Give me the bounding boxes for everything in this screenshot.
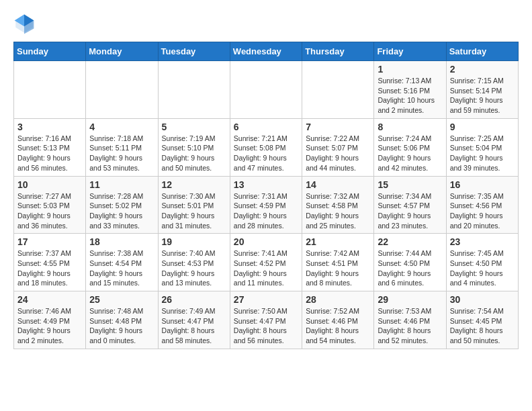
day-cell: 25Sunrise: 7:48 AM Sunset: 4:48 PM Dayli… (86, 291, 158, 349)
day-cell: 13Sunrise: 7:31 AM Sunset: 4:59 PM Dayli… (230, 176, 302, 234)
day-cell: 27Sunrise: 7:50 AM Sunset: 4:47 PM Dayli… (230, 291, 302, 349)
day-number: 30 (450, 294, 515, 305)
day-info: Sunrise: 7:13 AM Sunset: 5:16 PM Dayligh… (378, 76, 442, 116)
day-cell: 29Sunrise: 7:53 AM Sunset: 4:46 PM Dayli… (374, 291, 446, 349)
day-info: Sunrise: 7:49 AM Sunset: 4:47 PM Dayligh… (162, 306, 226, 346)
calendar: SundayMondayTuesdayWednesdayThursdayFrid… (13, 42, 519, 349)
day-number: 13 (234, 179, 298, 190)
logo (13, 13, 38, 35)
day-cell: 2Sunrise: 7:15 AM Sunset: 5:14 PM Daylig… (446, 61, 518, 119)
day-cell: 28Sunrise: 7:52 AM Sunset: 4:46 PM Dayli… (302, 291, 374, 349)
header-wednesday: Wednesday (230, 42, 302, 61)
day-info: Sunrise: 7:44 AM Sunset: 4:50 PM Dayligh… (378, 248, 442, 288)
day-cell: 22Sunrise: 7:44 AM Sunset: 4:50 PM Dayli… (374, 234, 446, 291)
header-friday: Friday (374, 42, 446, 61)
day-info: Sunrise: 7:35 AM Sunset: 4:56 PM Dayligh… (450, 191, 515, 231)
day-number: 3 (17, 122, 82, 132)
week-row-1: 3Sunrise: 7:16 AM Sunset: 5:13 PM Daylig… (14, 118, 519, 176)
day-cell: 14Sunrise: 7:32 AM Sunset: 4:58 PM Dayli… (302, 176, 374, 234)
day-number: 19 (162, 236, 226, 247)
day-info: Sunrise: 7:21 AM Sunset: 5:08 PM Dayligh… (234, 134, 298, 173)
day-cell: 18Sunrise: 7:38 AM Sunset: 4:54 PM Dayli… (86, 234, 158, 291)
header-thursday: Thursday (302, 42, 374, 61)
calendar-header: SundayMondayTuesdayWednesdayThursdayFrid… (14, 42, 519, 61)
day-number: 22 (378, 236, 442, 247)
day-number: 14 (306, 179, 370, 190)
week-row-0: 1Sunrise: 7:13 AM Sunset: 5:16 PM Daylig… (14, 61, 519, 119)
day-number: 24 (17, 294, 82, 305)
day-cell (14, 61, 86, 119)
day-cell: 30Sunrise: 7:54 AM Sunset: 4:45 PM Dayli… (446, 291, 518, 349)
day-cell (158, 61, 230, 119)
day-number: 21 (306, 236, 370, 247)
day-info: Sunrise: 7:28 AM Sunset: 5:02 PM Dayligh… (89, 191, 154, 231)
day-info: Sunrise: 7:42 AM Sunset: 4:51 PM Dayligh… (306, 248, 370, 288)
day-cell: 24Sunrise: 7:46 AM Sunset: 4:49 PM Dayli… (14, 291, 86, 349)
day-info: Sunrise: 7:53 AM Sunset: 4:46 PM Dayligh… (378, 306, 442, 346)
day-info: Sunrise: 7:38 AM Sunset: 4:54 PM Dayligh… (89, 248, 154, 288)
header (13, 13, 519, 35)
day-cell: 6Sunrise: 7:21 AM Sunset: 5:08 PM Daylig… (230, 118, 302, 176)
week-row-4: 24Sunrise: 7:46 AM Sunset: 4:49 PM Dayli… (14, 291, 519, 349)
day-cell: 7Sunrise: 7:22 AM Sunset: 5:07 PM Daylig… (302, 118, 374, 176)
day-cell: 11Sunrise: 7:28 AM Sunset: 5:02 PM Dayli… (86, 176, 158, 234)
day-cell: 21Sunrise: 7:42 AM Sunset: 4:51 PM Dayli… (302, 234, 374, 291)
header-saturday: Saturday (446, 42, 518, 61)
day-cell: 1Sunrise: 7:13 AM Sunset: 5:16 PM Daylig… (374, 61, 446, 119)
day-info: Sunrise: 7:31 AM Sunset: 4:59 PM Dayligh… (234, 191, 298, 231)
day-cell: 15Sunrise: 7:34 AM Sunset: 4:57 PM Dayli… (374, 176, 446, 234)
day-number: 16 (450, 179, 515, 190)
day-cell: 3Sunrise: 7:16 AM Sunset: 5:13 PM Daylig… (14, 118, 86, 176)
day-number: 26 (162, 294, 226, 305)
day-info: Sunrise: 7:45 AM Sunset: 4:50 PM Dayligh… (450, 248, 515, 288)
day-number: 5 (162, 122, 226, 132)
day-cell: 4Sunrise: 7:18 AM Sunset: 5:11 PM Daylig… (86, 118, 158, 176)
day-number: 28 (306, 294, 370, 305)
day-info: Sunrise: 7:54 AM Sunset: 4:45 PM Dayligh… (450, 306, 515, 346)
day-info: Sunrise: 7:27 AM Sunset: 5:03 PM Dayligh… (17, 191, 82, 231)
day-cell: 12Sunrise: 7:30 AM Sunset: 5:01 PM Dayli… (158, 176, 230, 234)
day-number: 12 (162, 179, 226, 190)
day-info: Sunrise: 7:22 AM Sunset: 5:07 PM Dayligh… (306, 134, 370, 173)
day-cell: 19Sunrise: 7:40 AM Sunset: 4:53 PM Dayli… (158, 234, 230, 291)
day-number: 15 (378, 179, 442, 190)
day-number: 1 (378, 64, 442, 75)
day-info: Sunrise: 7:19 AM Sunset: 5:10 PM Dayligh… (162, 134, 226, 173)
day-number: 6 (234, 122, 298, 132)
day-number: 8 (378, 122, 442, 132)
day-number: 9 (450, 122, 515, 132)
day-info: Sunrise: 7:24 AM Sunset: 5:06 PM Dayligh… (378, 134, 442, 173)
day-number: 7 (306, 122, 370, 132)
day-info: Sunrise: 7:46 AM Sunset: 4:49 PM Dayligh… (17, 306, 82, 346)
week-row-3: 17Sunrise: 7:37 AM Sunset: 4:55 PM Dayli… (14, 234, 519, 291)
day-cell: 8Sunrise: 7:24 AM Sunset: 5:06 PM Daylig… (374, 118, 446, 176)
day-number: 25 (89, 294, 154, 305)
day-cell (302, 61, 374, 119)
day-info: Sunrise: 7:50 AM Sunset: 4:47 PM Dayligh… (234, 306, 298, 346)
day-number: 4 (89, 122, 154, 132)
day-info: Sunrise: 7:15 AM Sunset: 5:14 PM Dayligh… (450, 76, 515, 116)
header-row: SundayMondayTuesdayWednesdayThursdayFrid… (14, 42, 519, 61)
day-info: Sunrise: 7:48 AM Sunset: 4:48 PM Dayligh… (89, 306, 154, 346)
day-cell (230, 61, 302, 119)
day-cell: 17Sunrise: 7:37 AM Sunset: 4:55 PM Dayli… (14, 234, 86, 291)
day-number: 17 (17, 236, 82, 247)
day-number: 2 (450, 64, 515, 75)
day-cell: 5Sunrise: 7:19 AM Sunset: 5:10 PM Daylig… (158, 118, 230, 176)
day-info: Sunrise: 7:25 AM Sunset: 5:04 PM Dayligh… (450, 134, 515, 173)
day-number: 10 (17, 179, 82, 190)
day-number: 20 (234, 236, 298, 247)
day-cell: 23Sunrise: 7:45 AM Sunset: 4:50 PM Dayli… (446, 234, 518, 291)
day-cell: 26Sunrise: 7:49 AM Sunset: 4:47 PM Dayli… (158, 291, 230, 349)
day-cell (86, 61, 158, 119)
logo-icon (13, 13, 35, 35)
day-cell: 10Sunrise: 7:27 AM Sunset: 5:03 PM Dayli… (14, 176, 86, 234)
day-info: Sunrise: 7:16 AM Sunset: 5:13 PM Dayligh… (17, 134, 82, 173)
day-cell: 9Sunrise: 7:25 AM Sunset: 5:04 PM Daylig… (446, 118, 518, 176)
day-number: 23 (450, 236, 515, 247)
day-info: Sunrise: 7:40 AM Sunset: 4:53 PM Dayligh… (162, 248, 226, 288)
day-info: Sunrise: 7:37 AM Sunset: 4:55 PM Dayligh… (17, 248, 82, 288)
day-info: Sunrise: 7:18 AM Sunset: 5:11 PM Dayligh… (89, 134, 154, 173)
day-info: Sunrise: 7:41 AM Sunset: 4:52 PM Dayligh… (234, 248, 298, 288)
day-number: 18 (89, 236, 154, 247)
